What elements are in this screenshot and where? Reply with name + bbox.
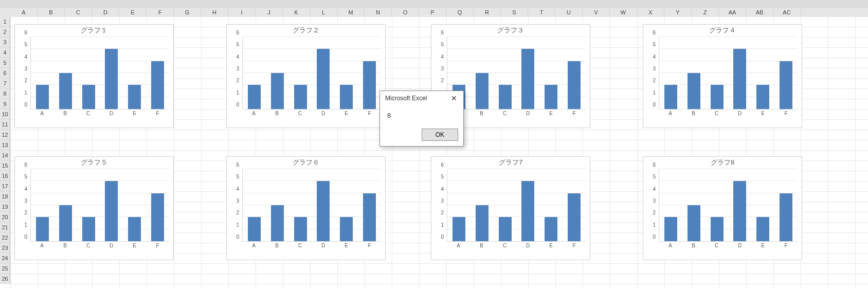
row-header[interactable]: 12 [0,130,10,140]
y-tick-label: 5 [441,42,444,47]
embedded-chart[interactable]: グラフ２0123456ABCDEF [226,24,386,128]
row-header[interactable]: 18 [0,191,10,202]
chart-bar [733,49,746,109]
chart-bar [453,217,465,241]
row-header[interactable]: 8 [0,88,10,99]
row-header[interactable]: 21 [0,222,10,232]
row-header[interactable]: 16 [0,171,10,181]
x-tick-label: D [728,111,751,116]
x-tick-label: C [288,243,312,248]
x-tick-label: A [242,111,265,116]
y-tick-label: 6 [441,162,444,168]
column-header[interactable]: P [419,8,446,16]
column-header[interactable]: B [38,8,65,16]
column-header[interactable]: M [337,8,365,16]
column-header[interactable]: E [119,8,147,16]
chart-bar [248,85,261,109]
plot-area [30,169,169,242]
row-header[interactable]: 14 [0,150,10,160]
column-header[interactable]: S [501,8,528,16]
row-header[interactable]: 9 [0,99,10,109]
row-header[interactable]: 15 [0,160,10,171]
column-header[interactable]: J [256,8,283,16]
row-header[interactable]: 23 [0,243,10,253]
y-tick-label: 2 [441,210,444,215]
x-tick-label: D [100,243,123,248]
chart-bar [521,181,534,241]
column-header[interactable]: K [283,8,310,16]
x-tick-label: F [358,243,381,248]
column-header[interactable]: D [92,8,119,16]
row-header[interactable]: 24 [0,253,10,263]
column-header[interactable]: T [528,8,555,16]
row-header[interactable]: 26 [0,274,10,284]
y-tick-label: 0 [236,234,239,240]
column-header[interactable]: A [10,8,38,16]
column-header[interactable]: O [392,8,419,16]
y-tick-label: 4 [236,186,239,191]
ribbon-strip [0,0,868,8]
column-header[interactable]: N [365,8,392,16]
y-tick-label: 5 [236,174,239,179]
row-headers: 1234567891011121314151617181920212223242… [0,16,10,284]
x-tick-label: D [728,243,751,248]
row-header[interactable]: 11 [0,119,10,130]
embedded-chart[interactable]: グラフ80123456ABCDEF [643,156,802,260]
row-header[interactable]: 25 [0,263,10,274]
close-icon[interactable]: ✕ [449,94,459,102]
y-tick-label: 2 [24,210,27,215]
row-header[interactable]: 2 [0,27,10,37]
column-header[interactable]: C [65,8,92,16]
embedded-chart[interactable]: グラフ４0123456ABCDEF [643,24,802,128]
row-header[interactable]: 20 [0,212,10,222]
y-tick-label: 6 [24,30,27,35]
column-header[interactable]: G [174,8,201,16]
row-header[interactable]: 7 [0,78,10,88]
row-header[interactable]: 13 [0,140,10,150]
row-header[interactable]: 10 [0,109,10,119]
column-header[interactable]: U [555,8,583,16]
row-header[interactable]: 19 [0,202,10,212]
embedded-chart[interactable]: グラフ１0123456ABCDEF [14,24,174,128]
column-header[interactable]: H [201,8,228,16]
column-header[interactable]: Z [692,8,719,16]
embedded-chart[interactable]: グラフ５0123456ABCDEF [14,156,174,260]
row-header[interactable]: 22 [0,232,10,243]
y-tick-label: 3 [236,198,239,204]
embedded-chart[interactable]: グラフ６0123456ABCDEF [226,156,386,260]
row-header[interactable]: 4 [0,47,10,58]
column-header[interactable]: V [583,8,610,16]
embedded-chart[interactable]: グラフ70123456ABCDEF [431,156,590,260]
x-tick-label: F [563,111,586,116]
chart-bar [294,85,307,109]
row-header[interactable]: 17 [0,181,10,191]
plot-area [447,169,586,242]
plot-area [242,169,381,242]
plot-area [447,37,586,110]
chart-bar [664,85,677,109]
y-tick-label: 4 [236,53,239,59]
column-header[interactable]: AB [746,8,773,16]
row-header[interactable]: 1 [0,16,10,27]
x-tick-label: E [335,243,358,248]
column-header[interactable]: Q [446,8,474,16]
y-tick-label: 3 [653,198,656,204]
plot-area [30,37,169,110]
chart-bar [780,61,792,109]
row-header[interactable]: 6 [0,68,10,78]
x-tick-label: B [470,243,493,248]
column-header[interactable]: Y [664,8,692,16]
column-header[interactable]: AC [773,8,801,16]
column-header[interactable]: F [147,8,174,16]
plot-area [242,37,381,110]
column-header[interactable]: W [610,8,637,16]
column-header[interactable]: X [637,8,664,16]
x-tick-label: E [539,111,563,116]
row-header[interactable]: 3 [0,37,10,47]
column-header[interactable]: L [310,8,337,16]
row-header[interactable]: 5 [0,58,10,68]
column-header[interactable]: AA [719,8,746,16]
ok-button[interactable]: OK [422,129,458,141]
column-header[interactable]: R [474,8,501,16]
column-header[interactable]: I [228,8,256,16]
